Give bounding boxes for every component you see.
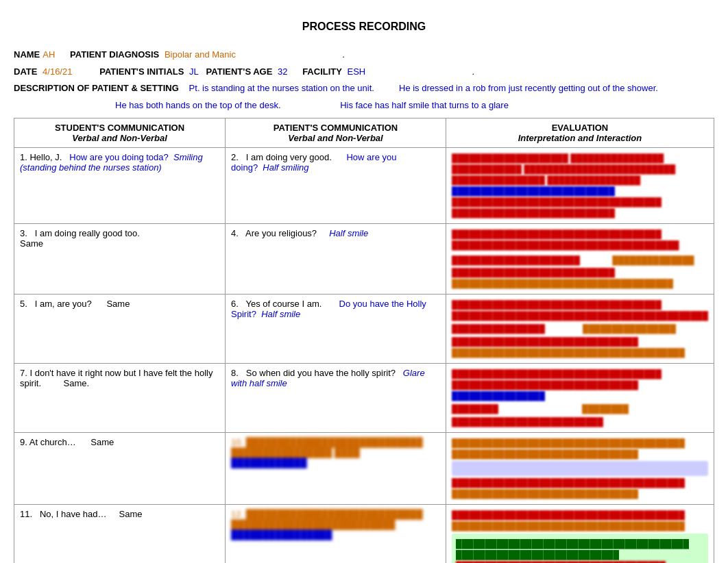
- table-row: 11. No, I have had… Same 12. ███████████…: [14, 505, 714, 563]
- facility-label: FACILITY: [302, 64, 342, 79]
- table-row: 7. I don't have it right now but I have …: [14, 364, 714, 433]
- eval-entry-2: ████████████████████████████████████ ███…: [446, 224, 714, 295]
- description-row: DESCRIPTION OF PATIENT & SETTING Pt. is …: [14, 82, 714, 96]
- description-row2: He has both hands on the top of the desk…: [14, 99, 714, 113]
- eval-entry-6: ████████████████████████████████████████…: [446, 505, 714, 563]
- name-label: NAME: [14, 47, 40, 62]
- description-label: DESCRIPTION OF PATIENT & SETTING: [14, 83, 179, 93]
- patient-entry-10: 10. ████████████████████████████████████…: [226, 433, 446, 505]
- description-text1: Pt. is standing at the nurses station on…: [189, 83, 374, 93]
- eval-entry-1: ████████████████████ ████████████████ ██…: [446, 148, 714, 224]
- initials-value: JL: [189, 64, 199, 79]
- date-label: DATE: [14, 64, 37, 79]
- description-text2: He is dressed in a rob from just recentl…: [399, 83, 658, 93]
- initials-label: PATIENT'S INITIALS: [99, 64, 184, 79]
- description-text3: He has both hands on the top of the desk…: [115, 100, 280, 110]
- facility-value: ESH: [348, 64, 366, 79]
- student-entry-9: 9. At church… Same: [14, 433, 226, 505]
- eval-col-header: EVALUATION Interpretation and Interactio…: [446, 118, 714, 148]
- patient-entry-6: 6. Yes of course I am. Do you have the H…: [226, 295, 446, 364]
- patient-entry-12: 12. ████████████████████████████████████…: [226, 505, 446, 563]
- eval-entry-5: ████████████████████████████████████████…: [446, 433, 714, 505]
- table-row: 9. At church… Same 10. █████████████████…: [14, 433, 714, 505]
- eval-entry-4: ████████████████████████████████████ ███…: [446, 364, 714, 433]
- age-label: PATIENT'S AGE: [206, 64, 273, 79]
- table-row: 3. I am doing really good too. Same 4. A…: [14, 224, 714, 295]
- table-row: 5. I am, are you? Same 6. Yes of course …: [14, 295, 714, 364]
- table-row: 1. Hello, J. How are you doing toda? Smi…: [14, 148, 714, 224]
- student-entry-1: 1. Hello, J. How are you doing toda? Smi…: [14, 148, 226, 224]
- student-entry-5: 5. I am, are you? Same: [14, 295, 226, 364]
- patient-entry-2: 2. I am doing very good. How are you doi…: [226, 148, 446, 224]
- date-value: 4/16/21: [43, 64, 72, 79]
- name-value: AH: [43, 47, 55, 62]
- patient-entry-4: 4. Are you religious? Half smile: [226, 224, 446, 295]
- page-title: PROCESS RECORDING: [14, 21, 714, 33]
- patient-col-header: PATIENT'S COMMUNICATION Verbal and Non-V…: [226, 118, 446, 148]
- student-entry-3: 3. I am doing really good too. Same: [14, 224, 226, 295]
- patient-entry-8: 8. So when did you have the holly spirit…: [226, 364, 446, 433]
- header-section: NAME AH PATIENT DIAGNOSIS Bipolar and Ma…: [14, 47, 714, 112]
- student-entry-7: 7. I don't have it right now but I have …: [14, 364, 226, 433]
- age-value: 32: [278, 64, 287, 79]
- diagnosis-label: PATIENT DIAGNOSIS: [70, 47, 159, 62]
- description-text4: His face has half smile that turns to a …: [340, 100, 509, 110]
- student-col-header: STUDENT'S COMMUNICATION Verbal and Non-V…: [14, 118, 226, 148]
- main-table: STUDENT'S COMMUNICATION Verbal and Non-V…: [14, 118, 714, 563]
- eval-entry-3: ████████████████████████████████████ ███…: [446, 295, 714, 364]
- student-entry-11: 11. No, I have had… Same: [14, 505, 226, 563]
- diagnosis-value: Bipolar and Manic: [165, 47, 236, 62]
